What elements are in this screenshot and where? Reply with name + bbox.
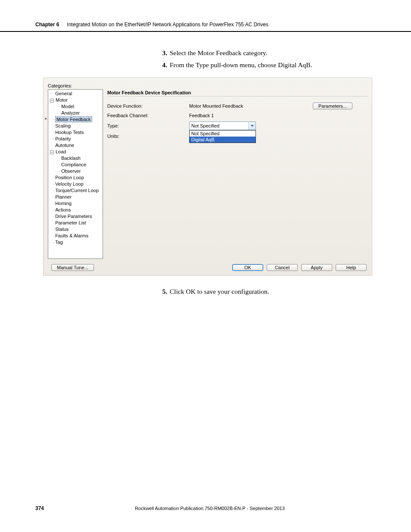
body-text: 3. Select the Motor Feedback category. 4… — [0, 32, 411, 296]
apply-button[interactable]: Apply — [301, 264, 332, 271]
chevron-down-icon[interactable] — [248, 122, 255, 130]
tree-item-model[interactable]: ··Model — [48, 103, 103, 110]
tree-item-polarity[interactable]: ··Polarity — [48, 136, 103, 142]
step-text: Select the Motor Feedback category. — [170, 49, 268, 57]
step-number: 4. — [159, 61, 167, 69]
step-number: 5. — [159, 288, 167, 296]
collapse-icon[interactable]: − — [50, 150, 54, 154]
tree-item-observer[interactable]: ··Observer — [48, 168, 103, 174]
tree-item-position-loop[interactable]: ··Position Loop — [48, 174, 103, 181]
tree-item-general[interactable]: ····General — [48, 90, 103, 97]
tree-item-status[interactable]: ··Status — [48, 226, 103, 233]
type-dropdown[interactable]: Not Specified Digital AqB — [189, 130, 256, 143]
page-footer: 374 Rockwell Automation Publication 750-… — [0, 505, 411, 511]
categories-tree[interactable]: ····General −Motor ··Model ··Analyzer ··… — [48, 89, 103, 259]
chapter-label: Chapter 6 — [35, 22, 59, 28]
tree-item-hookup-tests[interactable]: ··Hookup Tests — [48, 129, 103, 136]
tree-item-compliance[interactable]: ··Compliance — [48, 162, 103, 168]
tree-item-motor-feedback[interactable]: ··Motor Feedback — [48, 116, 103, 123]
type-combo[interactable]: Not Specified Not Specified Digital AqB — [189, 121, 256, 130]
manual-tune-button[interactable]: Manual Tune... — [51, 264, 94, 271]
parameters-button[interactable]: Parameters... — [313, 103, 352, 109]
tree-item-velocity-loop[interactable]: ··Velocity Loop — [48, 181, 103, 187]
publication-info: Rockwell Automation Publication 750-RM00… — [44, 506, 376, 511]
help-button[interactable]: Help — [336, 264, 367, 271]
tree-item-load[interactable]: −Load — [48, 149, 103, 155]
feedback-channel-value: Feedback 1 — [189, 113, 275, 118]
group-title: Motor Feedback Device Specification — [107, 89, 368, 96]
step-4: 4. From the Type pull-down menu, choose … — [159, 61, 411, 69]
tree-item-tag[interactable]: ··Tag — [48, 239, 103, 246]
categories-label: Categories: — [44, 78, 372, 89]
tree-item-drive-parameters[interactable]: ··Drive Parameters — [48, 213, 103, 220]
type-combo-value: Not Specified — [190, 123, 248, 128]
feedback-channel-label: Feedback Channel: — [107, 113, 189, 118]
ok-button[interactable]: OK — [232, 264, 263, 271]
step-5: 5. Click OK to save your configuration. — [159, 288, 411, 296]
page-header: Chapter 6 Integrated Motion on the Ether… — [0, 0, 411, 32]
type-option-digital-aqb[interactable]: Digital AqB — [190, 137, 255, 143]
tree-item-backlash[interactable]: ··Backlash — [48, 155, 103, 162]
step-text: Click OK to save your configuration. — [170, 288, 269, 296]
step-text: From the Type pull-down menu, choose Dig… — [170, 61, 312, 69]
modified-indicator: * — [44, 116, 48, 122]
tree-item-homing[interactable]: ··Homing — [48, 200, 103, 207]
device-function-value: Motor Mounted Feedback — [189, 103, 275, 109]
step-3: 3. Select the Motor Feedback category. — [159, 49, 411, 57]
tree-item-motor[interactable]: −Motor — [48, 97, 103, 103]
collapse-icon[interactable]: − — [50, 99, 54, 103]
tree-item-autotune[interactable]: ··Autotune — [48, 142, 103, 149]
tree-item-analyzer[interactable]: ··Analyzer — [48, 110, 103, 116]
tree-item-faults[interactable]: ··Faults & Alarms — [48, 233, 103, 239]
step-number: 3. — [159, 49, 167, 57]
type-option-not-specified[interactable]: Not Specified — [190, 131, 255, 137]
dialog-screenshot: Categories: * ····General −Motor ··Model… — [43, 78, 372, 276]
tree-item-actions[interactable]: ··Actions — [48, 207, 103, 213]
tree-item-parameter-list[interactable]: ··Parameter List — [48, 220, 103, 226]
tree-item-planner[interactable]: ··Planner — [48, 194, 103, 200]
tree-item-torque-loop[interactable]: ··Torque/Current Loop — [48, 187, 103, 194]
tree-item-scaling[interactable]: ··Scaling — [48, 123, 103, 129]
page-number: 374 — [35, 505, 44, 511]
chapter-title: Integrated Motion on the EtherNet/IP Net… — [67, 22, 268, 28]
type-label: Type: — [107, 123, 189, 128]
cancel-button[interactable]: Cancel — [267, 264, 298, 271]
units-label: Units: — [107, 134, 189, 139]
device-function-label: Device Function: — [107, 103, 189, 109]
